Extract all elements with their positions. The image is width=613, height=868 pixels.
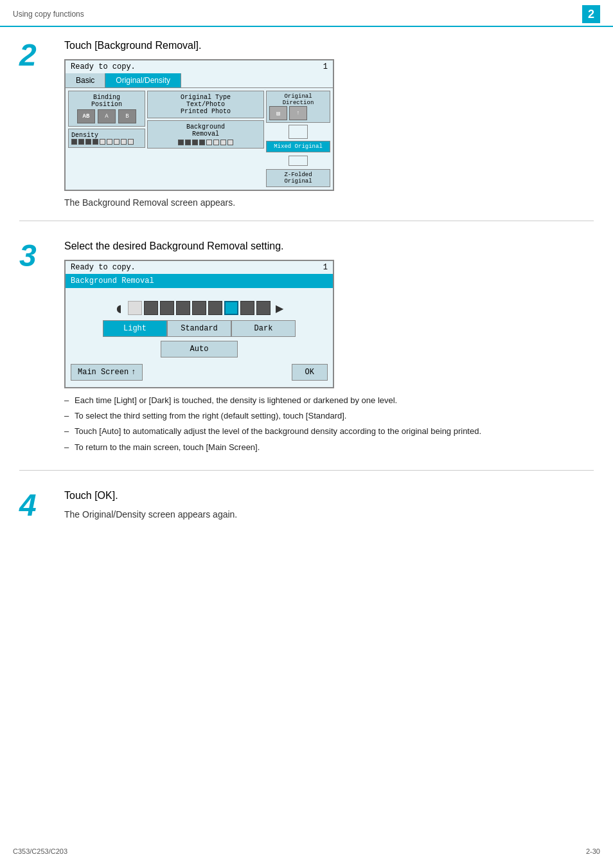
step-3-title: Select the desired Background Removal se… [64,240,594,252]
original-direction-button[interactable]: OriginalDirection ▤ ↑ [266,91,330,123]
density-label: Density [71,132,142,139]
lsd-buttons-row: Light Standard Dark [71,320,328,337]
dir-icon-row: ▤ ↑ [269,106,327,120]
screen-mockup-2: Ready to copy. 1 Background Removal ◖ [64,260,334,388]
bg-screen-body: ◖ ▶ [66,288,333,387]
ok-button[interactable]: OK [292,364,328,381]
screen2-status: Ready to copy. [71,263,136,272]
binding-icon-ab[interactable]: AB [77,109,95,123]
tab-basic[interactable]: Basic [66,73,105,87]
orig-type-label: Original Type [153,94,258,101]
step-3-content: Select the desired Background Removal se… [64,240,594,457]
screen1-count: 1 [323,62,328,71]
footer-model: C353/C253/C203 [13,847,67,855]
screen1-tabs: Basic Original/Density [66,73,333,88]
dir-icon-2: ↑ [289,106,307,120]
mixed-original-button[interactable]: Mixed Original [266,141,330,152]
orig-dir-label: OriginalDirection [269,93,327,106]
step-3-number: 3 [19,240,51,457]
step-2-description: The Background Removal screen appears. [64,197,594,208]
slider-right-arrow: ▶ [273,302,286,314]
auto-button[interactable]: Auto [161,341,238,357]
step-4-number: 4 [19,490,51,521]
home-icon: ↑ [131,368,136,377]
footer-page-ref: 2-30 [586,847,600,855]
binding-position-area: BindingPosition AB A B [68,91,145,127]
auto-button-row: Auto [71,341,328,357]
density-bar-left [71,139,142,145]
original-type-button[interactable]: Original Type Text/PhotoPrinted Photo [147,91,264,118]
page-content: 2 Touch [Background Removal]. Ready to c… [0,27,613,553]
dark-button[interactable]: Dark [231,320,296,337]
step-2-section: 2 Touch [Background Removal]. Ready to c… [19,40,594,221]
binding-pos-label: BindingPosition [71,94,142,108]
chapter-number: 2 [582,5,600,23]
bg-density-bar [153,140,258,145]
slider-cells [128,301,271,315]
density-area: Density [68,129,145,148]
slider-cell-6 [208,301,222,315]
step-3-section: 3 Select the desired Background Removal … [19,240,594,471]
slider-cell-9 [256,301,271,315]
binding-icon-b[interactable]: B [118,109,136,123]
screen1-left-col: BindingPosition AB A B Density [68,91,145,187]
slider-area: ◖ ▶ [71,301,328,315]
slider-left-arrow: ◖ [112,302,125,314]
step-2-title: Touch [Background Removal]. [64,40,594,51]
step-3-bullets: Each time [Light] or [Dark] is touched, … [64,395,594,453]
step-2-number: 2 [19,40,51,208]
tab-original-density[interactable]: Original/Density [105,73,181,87]
step-4-content: Touch [OK]. The Original/Density screen … [64,490,594,521]
z-folded-button[interactable]: Z-FoldedOriginal [266,169,330,187]
bg-footer-row: Main Screen ↑ OK [71,364,328,381]
page-icon [289,125,308,139]
screen1-body: BindingPosition AB A B Density [66,88,333,190]
background-removal-button[interactable]: BackgroundRemoval [147,120,264,149]
breadcrumb: Using copy functions [13,10,84,19]
slider-cell-5 [192,301,206,315]
step-4-title: Touch [OK]. [64,490,594,502]
screen1-header: Ready to copy. 1 [66,60,333,73]
standard-button[interactable]: Standard [167,320,231,337]
slider-cell-1 [128,301,142,315]
screen1-right-col: OriginalDirection ▤ ↑ Mixed Original [266,91,330,187]
screen1-status: Ready to copy. [71,62,136,71]
bg-removal-label: BackgroundRemoval [153,123,258,138]
mixed-orig-label: Mixed Original [269,143,327,150]
slider-cell-8 [240,301,254,315]
step-2-content: Touch [Background Removal]. Ready to cop… [64,40,594,208]
page-header: Using copy functions 2 [0,0,613,27]
step-4-description: The Original/Density screen appears agai… [64,509,594,520]
dir-icon-1: ▤ [269,106,287,120]
bullet-1: Each time [Light] or [Dark] is touched, … [64,395,594,406]
screen-mockup-1: Ready to copy. 1 Basic Original/Density … [64,59,334,191]
slider-cell-3 [160,301,174,315]
slider-cell-7 [224,301,238,315]
binding-icons: AB A B [71,109,142,123]
main-screen-label: Main Screen [78,368,129,377]
screen2-header: Ready to copy. 1 [66,261,333,274]
bullet-2: To select the third setting from the rig… [64,410,594,422]
page-icon-2 [289,156,308,166]
z-folded-label: Z-FoldedOriginal [269,172,327,185]
page-footer: C353/C253/C203 2-30 [13,847,600,855]
bg-removal-title: Background Removal [66,274,333,288]
screen2-count: 1 [323,263,328,272]
light-button[interactable]: Light [103,320,167,337]
binding-icon-a[interactable]: A [98,109,116,123]
bullet-3: Touch [Auto] to automatically adjust the… [64,426,594,437]
screen1-mid-col: Original Type Text/PhotoPrinted Photo Ba… [147,91,264,187]
orig-type-val: Text/PhotoPrinted Photo [153,101,258,115]
slider-cell-4 [176,301,190,315]
main-screen-button[interactable]: Main Screen ↑ [71,364,143,381]
bullet-4: To return to the main screen, touch [Mai… [64,442,594,453]
step-4-section: 4 Touch [OK]. The Original/Density scree… [19,490,594,521]
slider-cell-2 [144,301,158,315]
